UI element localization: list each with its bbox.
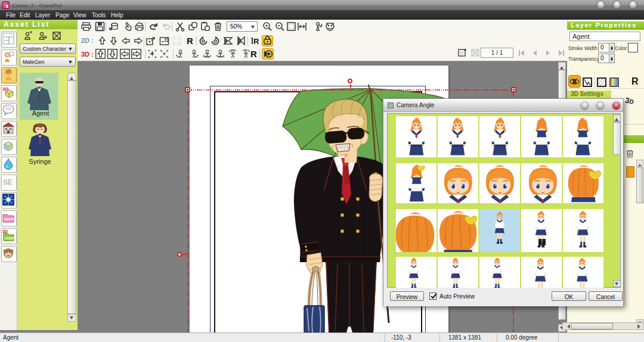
svg-text:USER: USER	[4, 217, 14, 221]
svg-text:R: R	[250, 49, 257, 59]
svg-text:R: R	[253, 37, 259, 46]
svg-text:SE: SE	[3, 178, 13, 186]
svg-text:R: R	[187, 36, 193, 46]
svg-text:USER: USER	[4, 237, 14, 240]
svg-text:3D: 3D	[2, 229, 8, 234]
